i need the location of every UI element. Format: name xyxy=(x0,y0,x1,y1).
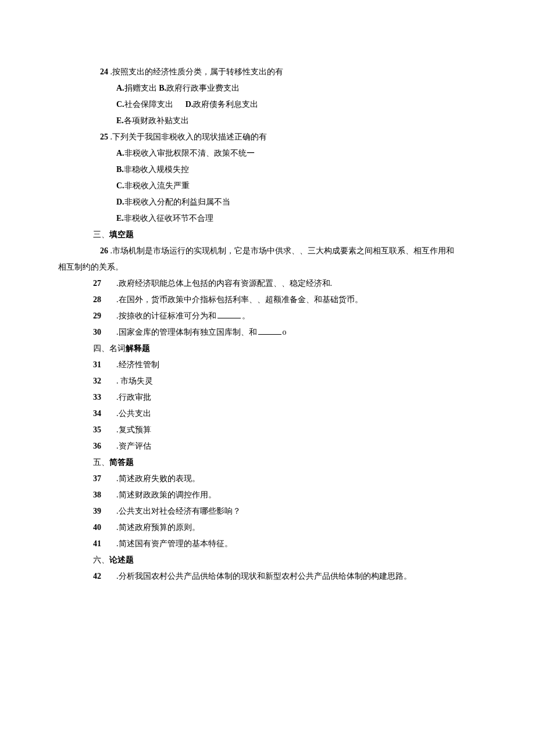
fill-blank xyxy=(217,310,241,318)
option-c-label: C. xyxy=(116,100,124,109)
question-26-continuation: 相互制约的关系。 xyxy=(58,259,477,275)
question-28: 28 .在国外，货币政策中介指标包括利率、、超额准备金、和基础货币。 xyxy=(58,292,477,308)
question-text: .在国外，货币政策中介指标包括利率、、超额准备金、和基础货币。 xyxy=(116,295,363,304)
question-text-b: 。 xyxy=(242,311,250,320)
question-text: . 市场失灵 xyxy=(116,377,153,385)
section-bold: 简答题 xyxy=(109,458,134,467)
question-number: 36 xyxy=(93,438,108,454)
question-number: 26 xyxy=(93,243,108,259)
question-number: 27 xyxy=(93,275,108,292)
fill-blank xyxy=(258,327,281,335)
question-25: 25 .下列关于我国非税收入的现状描述正确的有 xyxy=(58,129,477,145)
question-41: 41 .简述国有资产管理的基本特征。 xyxy=(58,536,477,552)
option-b-label: B. xyxy=(116,165,124,174)
section-prefix: 四、名词 xyxy=(93,344,126,353)
question-number: 25 xyxy=(93,129,108,145)
question-number: 40 xyxy=(93,519,108,536)
question-text: .复式预算 xyxy=(116,425,151,434)
question-number: 39 xyxy=(93,503,108,519)
section-5-title: 五、简答题 xyxy=(58,454,477,471)
option-row: B.非稳收入规模失控 xyxy=(58,162,477,178)
section-bold: 填空题 xyxy=(109,230,134,239)
section-3-title: 三、填空题 xyxy=(58,227,477,243)
section-bold: 论述题 xyxy=(109,556,134,564)
question-text: .资产评估 xyxy=(116,442,151,450)
section-prefix: 六、 xyxy=(93,556,109,564)
section-bold: 解释题 xyxy=(126,344,150,353)
question-text: .公共支出对社会经济有哪些影响？ xyxy=(116,507,241,515)
question-text: .市场机制是市场运行的实现机制，它是市场中供求、、三大构成要素之间相互联系、相互… xyxy=(108,246,454,255)
question-number: 30 xyxy=(93,324,108,341)
option-d-label: D. xyxy=(116,198,124,206)
option-row: E.非税收入征收环节不合理 xyxy=(58,210,477,227)
question-42: 42 .分析我国农村公共产品供给体制的现状和新型农村公共产品供给体制的构建思路。 xyxy=(58,568,477,585)
option-c-label: C. xyxy=(116,181,124,190)
question-39: 39 .公共支出对社会经济有哪些影响？ xyxy=(58,503,477,519)
question-number: 41 xyxy=(93,536,108,552)
question-35: 35 .复式预算 xyxy=(58,422,477,438)
question-text: .政府经济职能总体上包括的内容有资源配置、、稳定经济和. xyxy=(116,279,332,288)
question-text: .简述国有资产管理的基本特征。 xyxy=(116,539,233,548)
question-number: 24 xyxy=(93,64,108,80)
question-text: .简述财政政策的调控作用。 xyxy=(116,490,216,499)
question-text: .经济性管制 xyxy=(116,360,159,369)
question-number: 35 xyxy=(93,422,108,438)
question-36: 36 .资产评估 xyxy=(58,438,477,454)
question-33: 33 .行政审批 xyxy=(58,389,477,406)
question-29: 29 .按捺收的计征标准可分为和。 xyxy=(58,308,477,324)
option-c-text: 非税收入流失严重 xyxy=(124,181,190,190)
option-d-text: 非税收入分配的利益归属不当 xyxy=(124,198,230,206)
question-number: 42 xyxy=(93,568,108,585)
option-row: C.社会保障支出 D.政府债务利息支出 xyxy=(58,96,477,113)
question-38: 38 .简述财政政策的调控作用。 xyxy=(58,487,477,503)
question-number: 34 xyxy=(93,406,108,422)
option-b-text: 非稳收入规模失控 xyxy=(124,165,189,174)
option-a-text: 捐赠支出 xyxy=(124,84,159,92)
question-text: .简述政府失败的表现。 xyxy=(116,474,200,483)
option-b-text: 政府行政事业费支出 xyxy=(166,84,240,92)
option-a-text: 非税收入审批权限不清、政策不统一 xyxy=(124,149,255,157)
option-e-text: 各项财政补贴支出 xyxy=(124,116,189,125)
option-c-text: 社会保障支出 xyxy=(124,100,173,109)
option-row: C.非税收入流失严重 xyxy=(58,178,477,194)
question-text: .下列关于我国非税收入的现状描述正确的有 xyxy=(108,132,267,141)
question-number: 31 xyxy=(93,357,108,373)
question-text: .行政审批 xyxy=(116,393,151,402)
option-d-text: 政府债务利息支出 xyxy=(193,100,258,109)
option-e-label: E. xyxy=(116,214,124,223)
option-row: E.各项财政补贴支出 xyxy=(58,113,477,129)
question-31: 31 .经济性管制 xyxy=(58,357,477,373)
option-row: A.捐赠支出 B.政府行政事业费支出 xyxy=(58,80,477,96)
question-34: 34 .公共支出 xyxy=(58,406,477,422)
option-e-label: E. xyxy=(116,116,124,125)
question-number: 38 xyxy=(93,487,108,503)
question-text: .分析我国农村公共产品供给体制的现状和新型农村公共产品供给体制的构建思路。 xyxy=(116,572,412,581)
section-prefix: 三、 xyxy=(93,230,109,239)
question-text: .公共支出 xyxy=(116,409,151,418)
question-32: 32 . 市场失灵 xyxy=(58,373,477,389)
question-number: 33 xyxy=(93,389,108,406)
question-24: 24 .按照支出的经济性质分类，属于转移性支出的有 xyxy=(58,64,477,80)
question-26: 26 .市场机制是市场运行的实现机制，它是市场中供求、、三大构成要素之间相互联系… xyxy=(58,243,477,259)
question-number: 28 xyxy=(93,292,108,308)
question-text-a: .按捺收的计征标准可分为和 xyxy=(116,311,216,320)
question-37: 37 .简述政府失败的表现。 xyxy=(58,471,477,487)
question-40: 40 .简述政府预算的原则。 xyxy=(58,519,477,536)
question-text: .按照支出的经济性质分类，属于转移性支出的有 xyxy=(108,67,283,76)
option-a-label: A. xyxy=(116,84,124,92)
question-text-a: .国家金库的管理体制有独立国库制、和 xyxy=(116,328,257,336)
option-row: A.非税收入审批权限不清、政策不统一 xyxy=(58,145,477,162)
section-6-title: 六、论述题 xyxy=(58,552,477,568)
option-row: D.非税收入分配的利益归属不当 xyxy=(58,194,477,210)
option-a-label: A. xyxy=(116,149,124,157)
section-4-title: 四、名词解释题 xyxy=(58,341,477,357)
option-e-text: 非税收入征收环节不合理 xyxy=(124,214,213,223)
question-30: 30 .国家金库的管理体制有独立国库制、和o xyxy=(58,324,477,341)
question-27: 27 .政府经济职能总体上包括的内容有资源配置、、稳定经济和. xyxy=(58,275,477,292)
option-b-label: B. xyxy=(159,84,166,92)
question-cont-text: 相互制约的关系。 xyxy=(58,263,123,271)
section-prefix: 五、 xyxy=(93,458,109,467)
option-d-label: D. xyxy=(186,100,194,109)
question-number: 32 xyxy=(93,373,108,389)
question-number: 29 xyxy=(93,308,108,324)
